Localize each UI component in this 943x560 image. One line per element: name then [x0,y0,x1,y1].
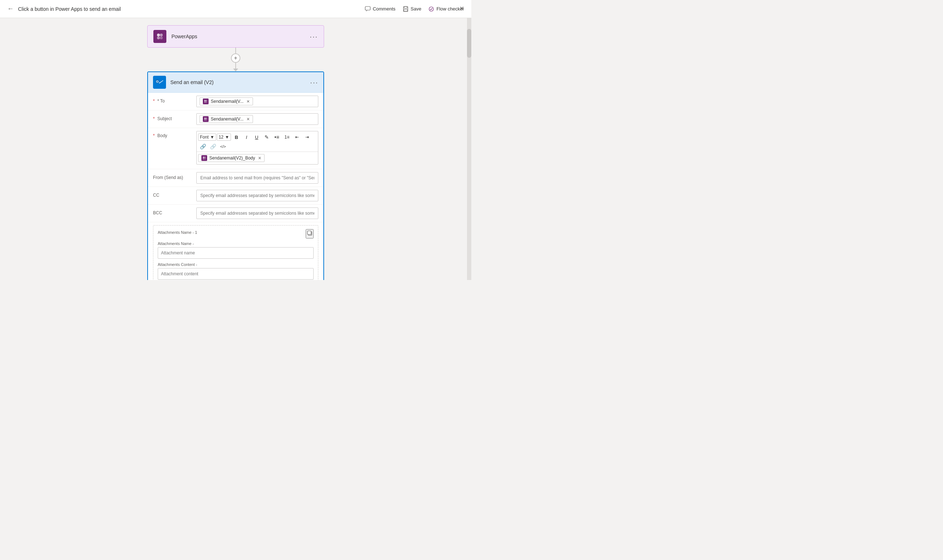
code-button[interactable]: </> [218,142,228,151]
powerapps-logo [156,32,164,40]
scrollbar-thumb[interactable] [467,29,471,58]
to-tag-close[interactable]: ✕ [246,99,250,104]
outlook-icon: O [155,78,163,86]
font-dropdown-arrow: ▼ [210,135,214,140]
font-selector[interactable]: Font ▼ [198,134,216,141]
increase-indent-button[interactable]: ⇥ [302,133,312,142]
italic-button[interactable]: I [242,133,251,142]
to-tag-container[interactable]: Sendanemail(V... ✕ [196,95,318,107]
svg-point-6 [160,34,163,37]
unlink-button[interactable]: 🔗 [208,142,218,151]
comments-label: Comments [373,6,395,12]
body-field[interactable]: Font ▼ 12 ▼ B I U ✎ [196,131,318,165]
subject-tag-powerapps-icon [204,117,208,121]
from-row: From (Send as) [148,169,323,187]
svg-point-4 [429,7,434,11]
comments-button[interactable]: Comments [365,6,395,12]
svg-point-22 [203,158,204,160]
title-bar: ← Click a button in Power Apps to send a… [0,0,471,18]
attachment-content-label: Attachments Content - [158,262,314,267]
cc-input[interactable] [196,190,318,202]
body-row: * Body Font ▼ 12 [148,128,323,169]
body-tag-powerapps-icon [203,156,206,160]
svg-point-15 [206,102,207,103]
save-icon [403,6,409,12]
close-button[interactable]: ✕ [459,5,464,12]
subject-row: * Subject [148,111,323,128]
svg-text:O: O [156,80,158,83]
bcc-row: BCC [148,205,323,222]
body-content-area[interactable]: Sendanemail(V2)_Body ✕ [197,152,318,164]
scrollbar[interactable] [467,18,471,280]
title-bar-right: Comments Save Flow checker [365,6,464,12]
bcc-label: BCC [153,208,196,215]
svg-rect-3 [404,9,408,11]
attachments-section: Attachments Name - 1 Attachments Name - … [153,225,318,280]
svg-rect-0 [365,6,370,10]
save-button[interactable]: Save [403,6,422,12]
highlight-button[interactable]: ✎ [262,133,271,142]
powerapps-icon [153,30,166,43]
body-toolbar: Font ▼ 12 ▼ B I U ✎ [197,131,318,152]
to-label: * * To [153,95,196,103]
back-button[interactable]: ← [7,5,14,12]
bcc-field[interactable] [196,208,318,219]
underline-button[interactable]: U [252,133,261,142]
ordered-list-button[interactable]: 1≡ [282,133,292,142]
attachments-copy-button[interactable] [306,229,314,238]
decrease-indent-button[interactable]: ⇤ [292,133,302,142]
attachments-header-row: Attachments Name - 1 [158,229,314,238]
bcc-input[interactable] [196,208,318,219]
from-label: From (Send as) [153,172,196,180]
powerapps-more-button[interactable]: ··· [310,32,318,41]
body-tag-pill: Sendanemail(V2)_Body ✕ [198,154,265,162]
tag-powerapps-icon [204,100,208,103]
from-input[interactable] [196,172,318,184]
canvas: PowerApps ··· + O Send an email (V2) ··· [0,18,471,280]
email-block: O Send an email (V2) ··· * * To [147,71,324,280]
email-more-button[interactable]: ··· [310,78,318,86]
subject-tag-container[interactable]: Sendanemail(V... ✕ [196,113,318,125]
font-label: Font [200,135,209,140]
flow-checker-button[interactable]: Flow checker [428,6,464,12]
from-field[interactable] [196,172,318,184]
email-block-icon: O [153,76,166,89]
to-tag-pill: Sendanemail(V... ✕ [200,97,253,105]
bold-button[interactable]: B [232,133,241,142]
body-tag-text: Sendanemail(V2)_Body [209,155,255,161]
svg-point-16 [204,118,206,119]
svg-point-12 [204,100,206,102]
title-bar-left: ← Click a button in Power Apps to send a… [7,5,121,12]
connector-line-top [235,48,236,54]
email-block-body: * * To [148,93,323,280]
flow-checker-icon [428,6,434,12]
subject-field[interactable]: Sendanemail(V... ✕ [196,113,318,125]
subject-label: * Subject [153,113,196,121]
svg-point-7 [157,37,160,39]
to-tag-text: Sendanemail(V... [211,99,244,104]
font-size-value: 12 [219,135,223,140]
attachment-content-input[interactable] [158,268,314,280]
connector-line-bottom [235,63,236,69]
body-tag-icon [202,155,207,161]
cc-label: CC [153,190,196,198]
subject-tag-close[interactable]: ✕ [246,117,250,122]
svg-point-21 [204,157,206,158]
svg-point-19 [206,119,207,120]
to-row: * * To [148,93,323,111]
add-step-button[interactable]: + [231,54,240,63]
flow-title: Click a button in Power Apps to send an … [18,6,121,12]
body-tag-close[interactable]: ✕ [258,156,261,161]
unordered-list-button[interactable]: •≡ [272,133,282,142]
attachment-name-input[interactable] [158,247,314,259]
to-field[interactable]: Sendanemail(V... ✕ [196,95,318,107]
font-size-selector[interactable]: 12 ▼ [217,134,231,141]
body-label: * Body [153,131,196,138]
attachment-name-label: Attachments Name - [158,242,314,246]
subject-tag-text: Sendanemail(V... [211,117,244,122]
cc-row: CC [148,187,323,205]
to-tag-icon [203,98,209,104]
copy-icon [306,230,313,236]
link-button[interactable]: 🔗 [198,142,208,151]
cc-field[interactable] [196,190,318,202]
